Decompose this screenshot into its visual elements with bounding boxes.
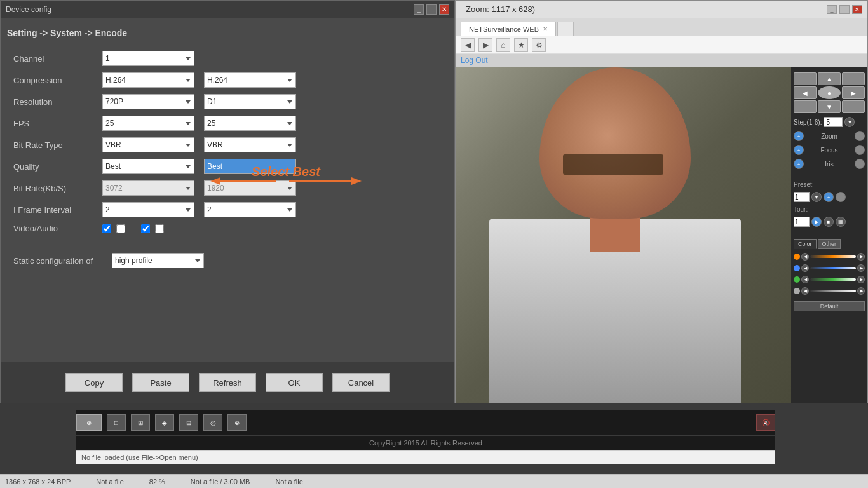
slider-4[interactable] [810,290,856,292]
ptz-center[interactable]: ● [818,86,841,99]
resolution-select-2[interactable]: D1 [204,94,296,109]
color-3-left[interactable]: ◀ [801,276,809,283]
resolution-select-1[interactable]: 720P1080P [102,94,194,109]
settings-button[interactable]: ⚙ [532,38,546,52]
slider-2[interactable] [810,267,856,269]
bitrate-type-inputs: VBRCBR VBR [102,137,296,152]
zoom-minus-icon[interactable]: - [855,131,865,141]
color-1-right[interactable]: ▶ [857,253,865,261]
color-slider-4: ◀ ▶ [794,287,865,295]
slider-1[interactable] [810,255,856,258]
browser-minimize[interactable]: _ [827,5,837,14]
browser-titlebar: Zoom: 1117 x 628) _ □ ✕ [456,1,867,18]
ptz-right[interactable]: ▶ [842,86,865,99]
favorite-button[interactable]: ★ [514,38,528,52]
taskbar-icon-2[interactable]: □ [107,414,126,431]
iris-minus-icon[interactable]: - [855,159,865,169]
tab-netsurveillance[interactable]: NETSurveillance WEB ✕ [461,22,556,36]
quality-select-1[interactable]: BestBetterNormal [102,159,194,174]
browser-maximize[interactable]: □ [839,5,850,14]
iris-plus-icon[interactable]: + [794,159,804,169]
step-down-btn[interactable]: ▼ [844,117,855,127]
iframe-select-2[interactable]: 2 [204,202,296,217]
slider-3[interactable] [810,278,856,281]
tour-grid[interactable]: ▦ [836,217,846,227]
taskbar-icon-3[interactable]: ⊞ [131,414,150,431]
device-config-window: Device config _ □ ✕ Setting -> System ->… [0,0,455,403]
ptz-upright[interactable] [842,72,865,85]
step-input[interactable] [824,117,843,127]
bitrate-select-1[interactable]: 3072 [102,180,194,196]
iframe-row: I Frame Interval 24 2 [13,202,442,217]
focus-minus-icon[interactable]: - [855,145,865,155]
logout-label[interactable]: Log Out [461,56,488,65]
default-button[interactable]: Default [794,301,865,311]
cancel-button[interactable]: Cancel [332,373,390,392]
video-checkbox-1[interactable] [102,224,111,233]
tour-input[interactable] [794,217,810,227]
refresh-button[interactable]: Refresh [199,373,256,392]
audio-checkbox-2[interactable] [155,224,164,233]
tour-play[interactable]: ▶ [811,217,822,227]
home-button[interactable]: ⌂ [496,38,510,52]
color-4-left[interactable]: ◀ [801,287,809,295]
preset-input[interactable] [794,192,810,202]
color-3-right[interactable]: ▶ [857,276,865,283]
close-button[interactable]: ✕ [439,4,449,15]
focus-plus-icon[interactable]: + [794,145,804,155]
tour-stop[interactable]: ■ [824,217,834,227]
taskbar-icon-5[interactable]: ⊟ [179,414,198,431]
compression-select-1[interactable]: H.264 [102,72,194,88]
back-button[interactable]: ◀ [461,38,475,52]
taskbar-icon-4[interactable]: ◈ [155,414,174,431]
speaker-icon[interactable]: 🔇 [756,414,775,431]
color-1-left[interactable]: ◀ [801,253,809,261]
copy-button[interactable]: Copy [65,373,123,392]
ptz-left[interactable]: ◀ [794,86,817,99]
bitrate-type-select-1[interactable]: VBRCBR [102,137,194,152]
ptz-upleft[interactable] [794,72,817,85]
ptz-up[interactable]: ▲ [818,72,841,85]
taskbar-icon-1[interactable]: ⊕ [76,414,102,431]
iframe-select-1[interactable]: 24 [102,202,194,217]
preset-add[interactable]: + [824,192,834,202]
footer-bar: Copy Paste Refresh OK Cancel [1,362,454,403]
quality-inputs: BestBetterNormal BestBetter [102,159,296,174]
maximize-button[interactable]: □ [426,4,437,15]
tab-empty[interactable] [557,22,574,36]
ptz-downright[interactable] [842,100,865,113]
fps-select-1[interactable]: 2530 [102,116,194,131]
color-2-right[interactable]: ▶ [857,264,865,272]
compression-select-2[interactable]: H.264 [204,72,296,88]
browser-tabs: NETSurveillance WEB ✕ [456,18,867,36]
compression-label: Compression [13,76,102,85]
form-section: Channel 123 Compression H.264 H.264 [7,51,448,268]
other-tab[interactable]: Other [818,239,841,249]
fps-select-2[interactable]: 25 [204,116,296,131]
taskbar-icon-7[interactable]: ⊗ [227,414,247,431]
icon-6: ◎ [210,419,216,426]
ptz-downleft[interactable] [794,100,817,113]
video-checkbox-2[interactable] [141,224,150,233]
paste-button[interactable]: Paste [132,373,189,392]
tab-close-icon[interactable]: ✕ [543,25,548,32]
minimize-button[interactable]: _ [414,4,424,15]
zoom-plus-icon[interactable]: + [794,131,804,141]
quality-select-2[interactable]: BestBetter [204,159,296,174]
preset-down[interactable]: ▼ [811,192,822,202]
color-4-right[interactable]: ▶ [857,287,865,295]
ptz-down[interactable]: ▼ [818,100,841,113]
static-config-select[interactable]: high profile main profile baseline [112,253,204,268]
preset-remove[interactable]: - [836,192,846,202]
file-info-text: No file loaded (use File->Open menu) [81,454,198,461]
color-2-left[interactable]: ◀ [801,264,809,272]
audio-checkbox-1[interactable] [116,224,125,233]
browser-close[interactable]: ✕ [852,5,862,14]
color-tab[interactable]: Color [794,239,817,249]
channel-select[interactable]: 123 [102,51,194,66]
taskbar-icon-6[interactable]: ◎ [203,414,222,431]
bitrate-select-2[interactable]: 1920 [204,180,296,196]
forward-button[interactable]: ▶ [478,38,492,52]
ok-button[interactable]: OK [266,373,323,392]
bitrate-type-select-2[interactable]: VBR [204,137,296,152]
